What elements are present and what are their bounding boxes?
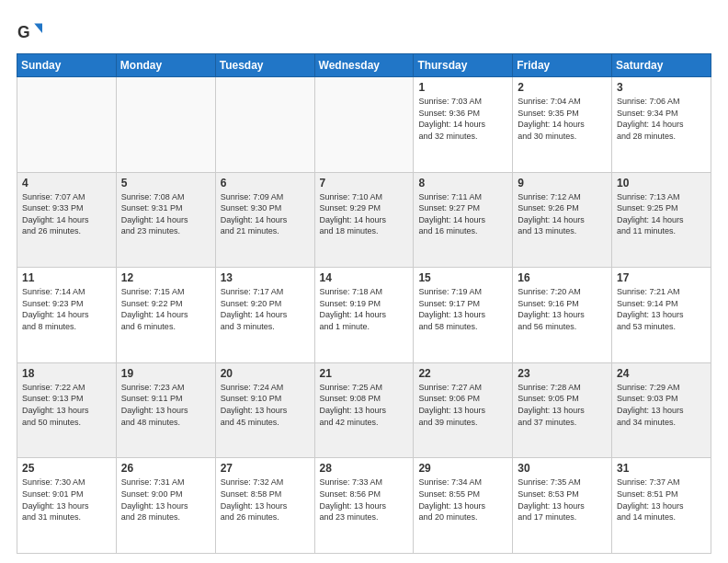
cell-content: Sunrise: 7:18 AM Sunset: 9:19 PM Dayligh… — [320, 286, 409, 332]
calendar-week-row: 1Sunrise: 7:03 AM Sunset: 9:36 PM Daylig… — [17, 77, 711, 173]
calendar-cell: 18Sunrise: 7:22 AM Sunset: 9:13 PM Dayli… — [17, 362, 117, 458]
svg-text:G: G — [17, 23, 30, 41]
calendar-week-row: 4Sunrise: 7:07 AM Sunset: 9:33 PM Daylig… — [17, 172, 711, 268]
calendar-cell: 19Sunrise: 7:23 AM Sunset: 9:11 PM Dayli… — [116, 362, 215, 458]
cell-content: Sunrise: 7:24 AM Sunset: 9:10 PM Dayligh… — [221, 382, 310, 428]
cell-content: Sunrise: 7:12 AM Sunset: 9:26 PM Dayligh… — [518, 191, 607, 237]
day-number: 12 — [121, 271, 210, 284]
cell-content: Sunrise: 7:20 AM Sunset: 9:16 PM Dayligh… — [518, 286, 607, 332]
cell-content: Sunrise: 7:30 AM Sunset: 9:01 PM Dayligh… — [22, 477, 111, 523]
calendar-cell: 31Sunrise: 7:37 AM Sunset: 8:51 PM Dayli… — [612, 458, 711, 554]
cell-content: Sunrise: 7:15 AM Sunset: 9:22 PM Dayligh… — [121, 286, 210, 332]
day-number: 4 — [22, 177, 111, 190]
cell-content: Sunrise: 7:06 AM Sunset: 9:34 PM Dayligh… — [617, 96, 706, 142]
cell-content: Sunrise: 7:04 AM Sunset: 9:35 PM Dayligh… — [518, 96, 607, 142]
cell-content: Sunrise: 7:33 AM Sunset: 8:56 PM Dayligh… — [320, 477, 409, 523]
day-number: 2 — [518, 81, 607, 94]
calendar-day-header: Sunday — [17, 54, 117, 77]
cell-content: Sunrise: 7:19 AM Sunset: 9:17 PM Dayligh… — [418, 286, 507, 332]
cell-content: Sunrise: 7:31 AM Sunset: 9:00 PM Dayligh… — [121, 477, 210, 523]
calendar-week-row: 18Sunrise: 7:22 AM Sunset: 9:13 PM Dayli… — [17, 362, 711, 458]
day-number: 7 — [320, 177, 409, 190]
calendar-day-header: Wednesday — [314, 54, 414, 77]
header: G — [17, 17, 711, 46]
day-number: 17 — [617, 271, 706, 284]
calendar-week-row: 25Sunrise: 7:30 AM Sunset: 9:01 PM Dayli… — [17, 458, 711, 554]
day-number: 30 — [518, 462, 607, 475]
cell-content: Sunrise: 7:37 AM Sunset: 8:51 PM Dayligh… — [617, 477, 706, 523]
calendar-cell: 24Sunrise: 7:29 AM Sunset: 9:03 PM Dayli… — [612, 362, 711, 458]
day-number: 9 — [518, 177, 607, 190]
calendar-cell: 21Sunrise: 7:25 AM Sunset: 9:08 PM Dayli… — [314, 362, 414, 458]
cell-content: Sunrise: 7:21 AM Sunset: 9:14 PM Dayligh… — [617, 286, 706, 332]
calendar-cell: 16Sunrise: 7:20 AM Sunset: 9:16 PM Dayli… — [513, 268, 612, 363]
calendar-cell — [215, 77, 314, 173]
calendar-cell — [314, 77, 414, 173]
cell-content: Sunrise: 7:28 AM Sunset: 9:05 PM Dayligh… — [518, 382, 607, 428]
svg-marker-1 — [34, 24, 42, 34]
calendar-cell: 27Sunrise: 7:32 AM Sunset: 8:58 PM Dayli… — [215, 458, 314, 554]
calendar-day-header: Saturday — [612, 54, 711, 77]
day-number: 16 — [518, 271, 607, 284]
logo-icon: G — [17, 20, 42, 46]
calendar-cell: 9Sunrise: 7:12 AM Sunset: 9:26 PM Daylig… — [513, 172, 612, 268]
calendar-cell: 30Sunrise: 7:35 AM Sunset: 8:53 PM Dayli… — [513, 458, 612, 554]
calendar-cell: 7Sunrise: 7:10 AM Sunset: 9:29 PM Daylig… — [314, 172, 414, 268]
cell-content: Sunrise: 7:34 AM Sunset: 8:55 PM Dayligh… — [418, 477, 507, 523]
day-number: 26 — [121, 462, 210, 475]
calendar-cell: 20Sunrise: 7:24 AM Sunset: 9:10 PM Dayli… — [215, 362, 314, 458]
cell-content: Sunrise: 7:03 AM Sunset: 9:36 PM Dayligh… — [418, 96, 507, 142]
calendar-cell: 11Sunrise: 7:14 AM Sunset: 9:23 PM Dayli… — [17, 268, 117, 363]
day-number: 29 — [418, 462, 507, 475]
calendar-cell: 5Sunrise: 7:08 AM Sunset: 9:31 PM Daylig… — [116, 172, 215, 268]
calendar-table: SundayMondayTuesdayWednesdayThursdayFrid… — [17, 53, 711, 554]
calendar-day-header: Friday — [513, 54, 612, 77]
cell-content: Sunrise: 7:09 AM Sunset: 9:30 PM Dayligh… — [221, 191, 310, 237]
calendar-cell: 14Sunrise: 7:18 AM Sunset: 9:19 PM Dayli… — [314, 268, 414, 363]
calendar-cell: 3Sunrise: 7:06 AM Sunset: 9:34 PM Daylig… — [612, 77, 711, 173]
day-number: 28 — [320, 462, 409, 475]
calendar-cell: 6Sunrise: 7:09 AM Sunset: 9:30 PM Daylig… — [215, 172, 314, 268]
cell-content: Sunrise: 7:23 AM Sunset: 9:11 PM Dayligh… — [121, 382, 210, 428]
calendar-cell: 13Sunrise: 7:17 AM Sunset: 9:20 PM Dayli… — [215, 268, 314, 363]
cell-content: Sunrise: 7:17 AM Sunset: 9:20 PM Dayligh… — [221, 286, 310, 332]
calendar-cell: 25Sunrise: 7:30 AM Sunset: 9:01 PM Dayli… — [17, 458, 117, 554]
cell-content: Sunrise: 7:14 AM Sunset: 9:23 PM Dayligh… — [22, 286, 111, 332]
calendar-cell: 12Sunrise: 7:15 AM Sunset: 9:22 PM Dayli… — [116, 268, 215, 363]
calendar-header-row: SundayMondayTuesdayWednesdayThursdayFrid… — [17, 54, 711, 77]
cell-content: Sunrise: 7:35 AM Sunset: 8:53 PM Dayligh… — [518, 477, 607, 523]
calendar-cell: 29Sunrise: 7:34 AM Sunset: 8:55 PM Dayli… — [414, 458, 513, 554]
day-number: 18 — [22, 367, 111, 380]
calendar-day-header: Monday — [116, 54, 215, 77]
calendar-cell: 15Sunrise: 7:19 AM Sunset: 9:17 PM Dayli… — [414, 268, 513, 363]
day-number: 24 — [617, 367, 706, 380]
cell-content: Sunrise: 7:11 AM Sunset: 9:27 PM Dayligh… — [418, 191, 507, 237]
calendar-week-row: 11Sunrise: 7:14 AM Sunset: 9:23 PM Dayli… — [17, 268, 711, 363]
cell-content: Sunrise: 7:27 AM Sunset: 9:06 PM Dayligh… — [418, 382, 507, 428]
calendar-cell: 2Sunrise: 7:04 AM Sunset: 9:35 PM Daylig… — [513, 77, 612, 173]
day-number: 1 — [418, 81, 507, 94]
cell-content: Sunrise: 7:07 AM Sunset: 9:33 PM Dayligh… — [22, 191, 111, 237]
calendar-cell: 28Sunrise: 7:33 AM Sunset: 8:56 PM Dayli… — [314, 458, 414, 554]
cell-content: Sunrise: 7:29 AM Sunset: 9:03 PM Dayligh… — [617, 382, 706, 428]
day-number: 14 — [320, 271, 409, 284]
calendar-cell: 23Sunrise: 7:28 AM Sunset: 9:05 PM Dayli… — [513, 362, 612, 458]
calendar-cell: 22Sunrise: 7:27 AM Sunset: 9:06 PM Dayli… — [414, 362, 513, 458]
cell-content: Sunrise: 7:08 AM Sunset: 9:31 PM Dayligh… — [121, 191, 210, 237]
day-number: 8 — [418, 177, 507, 190]
cell-content: Sunrise: 7:22 AM Sunset: 9:13 PM Dayligh… — [22, 382, 111, 428]
calendar-cell: 10Sunrise: 7:13 AM Sunset: 9:25 PM Dayli… — [612, 172, 711, 268]
day-number: 11 — [22, 271, 111, 284]
calendar-cell — [17, 77, 117, 173]
calendar-cell: 4Sunrise: 7:07 AM Sunset: 9:33 PM Daylig… — [17, 172, 117, 268]
calendar-cell: 26Sunrise: 7:31 AM Sunset: 9:00 PM Dayli… — [116, 458, 215, 554]
calendar-cell — [116, 77, 215, 173]
cell-content: Sunrise: 7:25 AM Sunset: 9:08 PM Dayligh… — [320, 382, 409, 428]
day-number: 3 — [617, 81, 706, 94]
day-number: 21 — [320, 367, 409, 380]
day-number: 23 — [518, 367, 607, 380]
day-number: 5 — [121, 177, 210, 190]
calendar-day-header: Thursday — [414, 54, 513, 77]
day-number: 10 — [617, 177, 706, 190]
day-number: 25 — [22, 462, 111, 475]
